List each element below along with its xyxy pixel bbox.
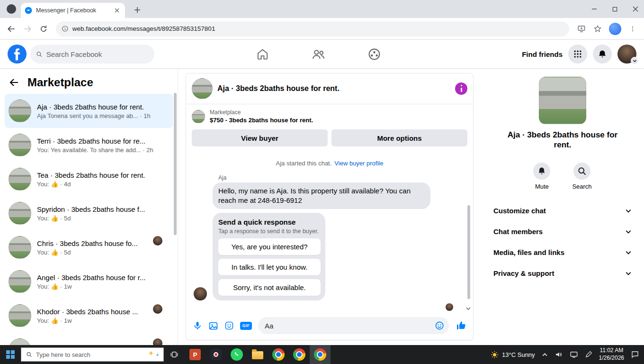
facebook-header: Find friends (0, 40, 644, 68)
chat-list-item[interactable]: Chris · 3beds 2baths house fo...You: 👍 ·… (5, 230, 173, 264)
back-arrow-icon[interactable] (9, 77, 20, 88)
chevron-down-icon (625, 270, 632, 277)
browser-menu-icon[interactable] (626, 22, 639, 36)
back-icon[interactable] (5, 22, 18, 36)
start-button[interactable] (0, 345, 21, 364)
gif-icon[interactable]: GIF (240, 322, 252, 330)
pinned-app-icon[interactable] (206, 345, 226, 364)
browser-toolbar (0, 18, 644, 40)
apps-menu-button[interactable] (568, 45, 587, 64)
site-info-icon[interactable] (62, 25, 69, 32)
chat-item-preview: You: Yes available. To share the add... … (37, 146, 169, 154)
window-maximize-icon[interactable] (612, 7, 617, 12)
conversation-card: Aja · 3beds 2baths house for rent. Marke… (186, 73, 474, 340)
tab-close-icon[interactable] (113, 6, 121, 15)
groups-tab[interactable] (361, 43, 387, 65)
powerpoint-app-icon[interactable]: P (185, 345, 206, 364)
facebook-logo[interactable] (8, 45, 27, 64)
voice-clip-icon[interactable] (193, 321, 202, 330)
message-input[interactable] (265, 322, 431, 330)
section-privacy-support[interactable]: Privacy & support (490, 263, 635, 284)
mute-bell-icon (537, 166, 546, 176)
groups-icon (367, 47, 381, 61)
search-highlights-icon[interactable] (148, 350, 160, 357)
weather-widget[interactable]: 13°C Sunny (491, 351, 535, 359)
task-view-button[interactable] (164, 345, 185, 364)
sticker-icon[interactable] (224, 321, 234, 330)
url-bar[interactable] (56, 21, 569, 36)
quick-response-button[interactable]: Yes, are you interested? (218, 238, 321, 255)
browser-tab[interactable]: Messenger | Facebook (21, 3, 125, 18)
view-buyer-profile-link[interactable]: View buyer profile (334, 160, 383, 167)
chrome-app-icon[interactable] (268, 345, 289, 364)
action-center-icon[interactable] (631, 350, 639, 359)
refresh-icon[interactable] (37, 22, 50, 36)
chat-search-icon (577, 166, 587, 176)
facebook-search-input[interactable] (46, 50, 149, 58)
details-title: Aja · 3beds 2baths house for rent. (503, 130, 622, 150)
chat-item-title: Chris · 3beds 2baths house fo... (37, 239, 169, 247)
taskbar-clock[interactable]: 11:02 AM 1/26/2026 (599, 347, 624, 362)
forward-icon[interactable] (21, 22, 34, 36)
taskbar-search-input[interactable] (36, 351, 159, 358)
chat-list-item[interactable]: Terri · 3beds 2baths house for re...You:… (5, 128, 173, 162)
window-minimize-icon[interactable] (591, 6, 597, 12)
quick-response-button[interactable]: Sorry, it's not available. (218, 279, 321, 296)
browser-tab-bar: Messenger | Facebook (0, 0, 644, 18)
incoming-message-bubble: Hello, my name is Aja. Is this property … (213, 182, 430, 209)
sidebar-scrollbar[interactable] (174, 93, 177, 235)
chat-list-item[interactable]: Angel · 3beds 2baths house for r...You: … (5, 264, 173, 299)
chat-list-item[interactable]: Khodor · 3beds 2baths house ...You: 👍 · … (5, 299, 173, 333)
home-tab[interactable] (249, 43, 276, 65)
chevron-down-icon (625, 249, 632, 256)
url-input[interactable] (72, 25, 564, 32)
search-label: Search (572, 183, 591, 190)
like-thumb-icon[interactable] (455, 320, 466, 331)
facebook-nav-tabs (249, 40, 387, 68)
message-input-pill[interactable] (258, 317, 449, 334)
section-media-files-links[interactable]: Media, files and links (490, 242, 635, 263)
chevron-down-icon (625, 228, 632, 235)
pen-icon[interactable] (585, 351, 592, 358)
chat-list-item[interactable]: Spyridon · 3beds 2baths house f...You: 👍… (5, 196, 173, 230)
friends-tab[interactable] (305, 43, 331, 65)
chat-item-title: Terri · 3beds 2baths house for re... (37, 137, 169, 145)
account-avatar[interactable] (617, 45, 636, 64)
chat-list-item[interactable]: Tea · 3beds 2baths house for rent.You: 👍… (5, 162, 173, 196)
more-options-button[interactable]: More options (331, 129, 467, 146)
browser-profile-avatar[interactable] (609, 23, 621, 35)
browser-profile-dot-icon[interactable] (7, 4, 16, 14)
quick-response-button[interactable]: In talks. I'll let you know. (218, 259, 321, 275)
view-buyer-button[interactable]: View buyer (192, 129, 328, 146)
main-content: Marketplace Aja · 3beds 2baths house for… (0, 68, 644, 345)
chrome-app-icon-active[interactable] (310, 345, 331, 364)
hidden-icons-chevron[interactable] (542, 352, 548, 358)
new-tab-button[interactable] (132, 4, 143, 16)
notifications-button[interactable] (593, 45, 612, 64)
facebook-search[interactable] (30, 45, 154, 64)
chat-search-button[interactable]: Search (572, 163, 591, 190)
taskbar-search[interactable] (21, 347, 164, 362)
bookmark-star-icon[interactable] (591, 22, 604, 36)
chrome-app-icon[interactable] (289, 345, 310, 364)
install-app-icon[interactable] (575, 22, 588, 36)
mute-button[interactable]: Mute (533, 163, 550, 190)
section-customize-chat[interactable]: Customize chat (490, 200, 635, 221)
whatsapp-app-icon[interactable] (226, 345, 247, 364)
volume-icon[interactable] (555, 350, 563, 359)
scroll-down-icon[interactable] (465, 306, 471, 311)
attach-image-icon[interactable] (208, 321, 218, 331)
search-icon (36, 51, 43, 58)
conversation-info-icon[interactable] (455, 82, 467, 95)
find-friends-button[interactable]: Find friends (522, 50, 563, 58)
window-close-icon[interactable] (633, 6, 638, 12)
chat-list-item[interactable]: Sue · 3beds 2baths house for ... (5, 333, 173, 345)
section-chat-members[interactable]: Chat members (490, 221, 635, 242)
emoji-icon[interactable] (435, 320, 444, 331)
chat-list-item[interactable]: Aja · 3beds 2baths house for rent.Aja To… (5, 94, 173, 128)
file-explorer-icon[interactable] (247, 345, 268, 364)
listing-thumbnail (9, 338, 31, 345)
chat-scrollbar[interactable] (467, 205, 470, 299)
conversation-details-panel: Aja · 3beds 2baths house for rent. Mute … (481, 68, 644, 345)
network-icon[interactable] (570, 350, 578, 359)
